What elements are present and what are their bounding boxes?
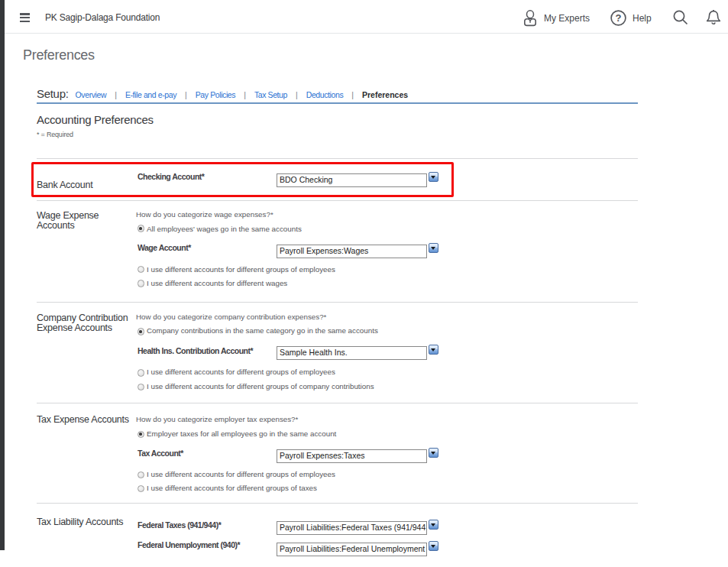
svg-text:?: ? bbox=[616, 12, 622, 24]
